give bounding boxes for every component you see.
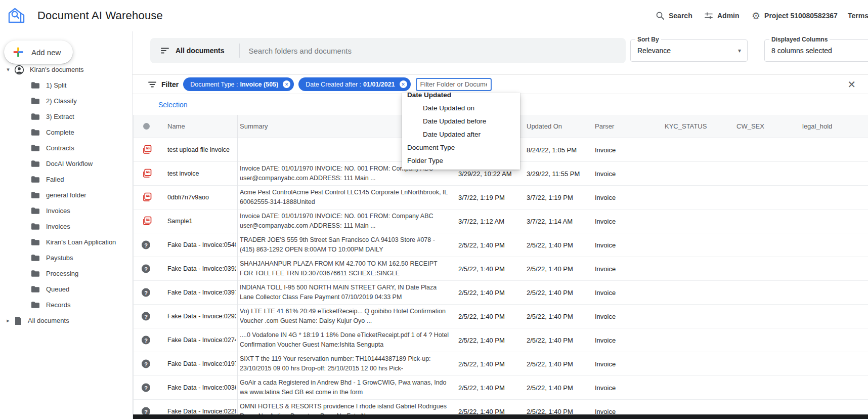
selection-link[interactable]: Selection — [158, 101, 188, 109]
folder-icon — [31, 191, 40, 199]
remove-chip-icon[interactable]: ✕ — [283, 80, 290, 88]
sidebar-folder-item[interactable]: Failed — [0, 172, 133, 187]
document-summary: Acme Pest ControlAcme Pest Control LLC14… — [240, 188, 450, 207]
document-created-on: 2/5/22, 1:40 PM — [458, 241, 505, 249]
user-avatar-icon — [14, 65, 24, 75]
document-parser: Invoice — [595, 218, 616, 225]
displayed-columns-select[interactable]: Displayed Columns 8 columns selected — [764, 39, 868, 62]
sidebar-folder-item[interactable]: Contracts — [0, 140, 133, 156]
pdf-file-icon: PDF — [142, 145, 152, 155]
folder-icon — [31, 81, 40, 89]
search-input[interactable]: Search folders and documents — [248, 47, 626, 55]
filter-dropdown-item[interactable]: Date Updated on — [402, 101, 520, 114]
table-row[interactable]: PDF Sample1 Invoice DATE: 01/01/1970 INV… — [134, 210, 868, 233]
column-header-parser[interactable]: Parser — [595, 115, 614, 138]
sidebar-folder-item[interactable]: DocAI Workflow — [0, 156, 133, 172]
add-new-button[interactable]: Add new — [4, 40, 73, 64]
table-row[interactable]: ? Fake Data - Invoice:0036 GoAir a cada … — [134, 376, 868, 400]
table-row[interactable]: ? Fake Data - Invoice:0292 Vo) LTE LTE 4… — [134, 305, 868, 328]
column-header-updated-on[interactable]: Updated On — [527, 115, 562, 138]
document-updated-on: 2/5/22, 1:40 PM — [527, 384, 573, 392]
sidebar-folder-item[interactable]: 3) Extract — [0, 109, 133, 124]
filter-options-dropdown: Date Updated Date Updated on Date Update… — [402, 93, 520, 170]
search-scope-selector[interactable]: All documents — [160, 46, 224, 55]
document-parser: Invoice — [595, 313, 616, 320]
document-summary: ....0 Vodafone IN 4G * 18:19 1 18% Done … — [240, 330, 450, 350]
table-row[interactable]: ? Fake Data - Invoice:0228 OMNI HOTELS &… — [134, 400, 868, 414]
filter-chip-date-created[interactable]: Date Created after :01/01/2021 ✕ — [298, 77, 410, 91]
plus-icon — [12, 46, 24, 58]
table-row[interactable]: ? Fake Data - Invoice:0540 TRADER JOE'S … — [134, 233, 868, 257]
column-header-cw-sex[interactable]: CW_SEX — [736, 115, 764, 138]
table-row[interactable]: ? Fake Data - Invoice:0197 SIXT T the 11… — [134, 352, 868, 376]
sidebar-root-kirans-documents[interactable]: ▾ Kiran's documents — [0, 62, 133, 77]
table-row[interactable]: ? Fake Data - Invoice:0274 ....0 Vodafon… — [134, 328, 868, 352]
filter-icon — [148, 80, 157, 89]
document-parser: Invoice — [595, 337, 616, 344]
column-header-summary[interactable]: Summary — [240, 115, 268, 138]
sidebar: Add new ▾ Kiran's documents 1) Split — [0, 31, 133, 419]
horizontal-scrollbar[interactable] — [133, 414, 868, 419]
sidebar-folder-item[interactable]: Invoices — [0, 203, 133, 219]
unknown-type-icon: ? — [142, 336, 150, 345]
chevron-right-icon[interactable]: ▸ — [4, 317, 12, 324]
filter-dropdown-item[interactable]: Document Type — [402, 141, 520, 154]
table-row[interactable]: ? Fake Data - Invoice:0397 INDIANA TOLL … — [134, 281, 868, 305]
document-parser: Invoice — [595, 360, 616, 368]
column-divider — [237, 115, 238, 414]
document-updated-on: 2/5/22, 1:40 PM — [527, 337, 573, 344]
svg-text:PDF: PDF — [147, 147, 150, 149]
folder-icon — [31, 160, 40, 167]
document-parser: Invoice — [595, 146, 616, 154]
sidebar-folder-item[interactable]: Processing — [0, 266, 133, 281]
document-parser: Invoice — [595, 170, 616, 178]
search-bar[interactable]: All documents Search folders and documen… — [150, 38, 626, 63]
pdf-file-icon: PDF — [142, 216, 152, 227]
select-all-circle[interactable] — [143, 123, 150, 130]
document-created-on: 3/7/22, 1:12 AM — [458, 218, 504, 225]
document-updated-on: 2/5/22, 1:40 PM — [527, 265, 573, 273]
sidebar-all-documents[interactable]: ▸ All documents — [0, 313, 133, 328]
document-updated-on: 8/24/22, 1:05 PM — [527, 146, 577, 154]
folder-icon — [31, 207, 40, 215]
sidebar-folder-item[interactable]: Records — [0, 297, 133, 313]
table-row[interactable]: PDF 0dbfi7n7v9aoo Acme Pest ControlAcme … — [134, 186, 868, 210]
sidebar-folder-item[interactable]: Complete — [0, 124, 133, 140]
sidebar-folder-item[interactable]: 2) Classify — [0, 93, 133, 109]
document-summary: TRADER JOE'S 555 9th Street San Francisc… — [240, 235, 450, 255]
sidebar-folder-item[interactable]: Kiran's Loan Application — [0, 234, 133, 250]
sidebar-folder-item[interactable]: general folder — [0, 187, 133, 203]
unknown-type-icon: ? — [142, 288, 150, 297]
sort-by-select[interactable]: Sort By Relevance ▾ — [630, 39, 748, 62]
chevron-down-icon[interactable]: ▾ — [4, 66, 12, 73]
filter-chip-document-type[interactable]: Document Type :Invoice (505) ✕ — [183, 77, 294, 91]
sidebar-folder-item[interactable]: Invoices — [0, 219, 133, 234]
sidebar-folder-item[interactable]: Paystubs — [0, 250, 133, 266]
folder-icon — [31, 176, 40, 183]
nav-project[interactable]: ⚙ Project 510080582367 — [752, 0, 838, 31]
tune-icon — [704, 11, 713, 20]
column-header-kyc-status[interactable]: KYC_STATUS — [665, 115, 707, 138]
document-name: Sample1 — [167, 218, 236, 225]
column-header-name[interactable]: Name — [167, 115, 185, 138]
document-name: Fake Data - Invoice:0197 — [167, 360, 236, 367]
sidebar-folder-item[interactable]: Queued — [0, 281, 133, 297]
filter-dropdown-item[interactable]: Date Updated after — [402, 128, 520, 141]
close-icon[interactable]: ✕ — [847, 79, 856, 90]
column-header-legal-hold[interactable]: legal_hold — [802, 115, 832, 138]
table-body: PDF test upload file invoice 8/24/22, 1:… — [134, 138, 868, 414]
document-summary: Invoice DATE: 01/01/1970 INVOICE: NO. 00… — [240, 212, 450, 231]
search-icon — [656, 11, 665, 20]
filter-dropdown-item[interactable]: Folder Type — [402, 154, 520, 167]
nav-admin[interactable]: Admin — [704, 0, 740, 31]
document-summary: GoAir a cada Registered in Andrew Bhd - … — [240, 378, 450, 398]
sidebar-folder-item[interactable]: 1) Split — [0, 77, 133, 93]
filter-dropdown-item[interactable]: Date Updated before — [402, 114, 520, 128]
nav-search[interactable]: Search — [656, 0, 692, 31]
table-row[interactable]: ? Fake Data - Invoice:0392 SHAHJAHANPUR … — [134, 257, 868, 281]
document-icon — [14, 316, 22, 325]
filter-search-input[interactable] — [416, 78, 492, 91]
nav-terms[interactable]: Terms — [848, 0, 868, 31]
sort-lines-icon — [160, 46, 169, 55]
remove-chip-icon[interactable]: ✕ — [400, 80, 407, 88]
